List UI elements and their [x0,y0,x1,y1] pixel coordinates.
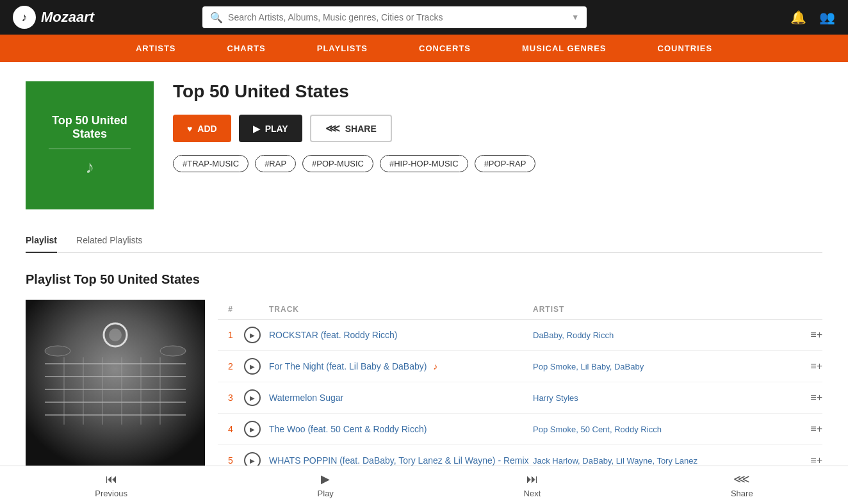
page-title: Top 50 United States [173,81,822,102]
track-artist-2[interactable]: Pop Smoke, Lil Baby, DaBaby [533,362,797,371]
tag-hip-hop-music[interactable]: #HIP-HOP-MUSIC [380,155,468,172]
play-circle-2: ▶ [244,358,261,375]
track-artist-5[interactable]: Jack Harlow, DaBaby, Lil Wayne, Tory Lan… [533,456,797,466]
svg-point-13 [109,329,122,341]
add-label: ADD [197,124,216,134]
col-add-spacer [797,305,822,314]
track-num-2: 2 [218,361,243,371]
nav-item-concerts[interactable]: CONCERTS [393,35,496,62]
col-num: # [218,305,243,314]
nav-item-charts[interactable]: CHARTS [202,35,291,62]
main-nav: ARTISTS CHARTS PLAYLISTS CONCERTS MUSICA… [0,35,848,62]
add-button[interactable]: ♥ ADD [173,115,231,142]
track-play-btn-4[interactable]: ▶ [243,420,261,438]
footer-share-icon: ⋘ [733,472,750,486]
action-buttons: ♥ ADD ▶ PLAY ⋘ SHARE [173,115,822,142]
col-artist: ARTIST [533,305,797,314]
track-artist-4[interactable]: Pop Smoke, 50 Cent, Roddy Ricch [533,425,797,434]
track-play-btn-1[interactable]: ▶ [243,326,261,344]
next-icon: ⏭ [526,473,538,486]
tab-playlist[interactable]: Playlist [26,229,57,253]
table-row: 4 ▶ The Woo (feat. 50 Cent & Roddy Ricch… [218,414,822,445]
search-dropdown-arrow[interactable]: ▼ [571,13,579,22]
track-name-4[interactable]: The Woo (feat. 50 Cent & Roddy Ricch) [269,424,533,434]
previous-label: Previous [95,489,127,498]
logo-icon: ♪ [13,6,36,29]
table-row: 3 ▶ Watermelon Sugar Harry Styles ≡+ [218,382,822,414]
share-icon: ⋘ [325,122,340,134]
share-label: SHARE [345,124,377,134]
content-tabs: Playlist Related Playlists [26,229,822,253]
nav-item-musical-genres[interactable]: MUSICAL GENRES [496,35,632,62]
cover-music-icon: ♪ [85,157,94,177]
tag-rap[interactable]: #RAP [255,155,296,172]
main-content: Top 50 United States ♪ Top 50 United Sta… [0,62,848,504]
tag-trap-music[interactable]: #TRAP-MUSIC [173,155,249,172]
play-button[interactable]: ▶ PLAY [239,115,302,142]
nav-item-countries[interactable]: COUNTRIES [632,35,738,62]
notification-icon[interactable]: 🔔 [790,10,806,25]
track-name-2[interactable]: For The Night (feat. Lil Baby & DaBaby) … [269,361,533,371]
track-artist-1[interactable]: DaBaby, Roddy Ricch [533,330,797,340]
playlist-cover-image: Top 50 United States ♪ [26,81,154,209]
cover-divider [49,149,131,149]
footer-play-icon: ▶ [321,472,330,486]
track-artist-3[interactable]: Harry Styles [533,393,797,403]
share-label: Share [731,489,753,498]
section-title: Playlist Top 50 United States [26,272,822,287]
playlist-header: Top 50 United States ♪ Top 50 United Sta… [26,81,822,209]
track-num-5: 5 [218,455,243,466]
footer-play-button[interactable]: ▶ Play [292,467,359,503]
track-num-3: 3 [218,393,243,403]
search-icon: 🔍 [210,12,223,24]
track-add-2[interactable]: ≡+ [797,361,822,372]
col-track: TRACK [269,305,533,314]
track-add-5[interactable]: ≡+ [797,455,822,466]
playlist-info: Top 50 United States ♥ ADD ▶ PLAY ⋘ SHAR… [173,81,822,172]
search-input[interactable] [202,6,587,28]
tab-related-playlists[interactable]: Related Playlists [76,229,143,253]
header-icons: 🔔 👥 [790,10,835,25]
track-num-4: 4 [218,424,243,434]
track-add-1[interactable]: ≡+ [797,329,822,341]
footer-previous-button[interactable]: ⏮ Previous [69,467,153,503]
footer-player: ⏮ Previous ▶ Play ⏭ Next ⋘ Share [0,466,848,504]
next-label: Next [524,489,541,498]
track-play-btn-3[interactable]: ▶ [243,389,261,407]
track-add-4[interactable]: ≡+ [797,423,822,435]
track-name-1[interactable]: ROCKSTAR (feat. Roddy Ricch) [269,330,533,340]
play-circle-3: ▶ [244,389,261,406]
table-row: 2 ▶ For The Night (feat. Lil Baby & DaBa… [218,351,822,382]
share-button[interactable]: ⋘ SHARE [310,115,392,142]
logo-text: Mozaart [41,9,94,26]
footer-share-button[interactable]: ⋘ Share [705,467,779,503]
play-label: PLAY [265,124,288,134]
tag-pop-rap[interactable]: #POP-RAP [475,155,536,172]
svg-point-14 [45,346,70,356]
col-play-spacer [243,305,269,314]
track-list-header: # TRACK ARTIST [218,300,822,320]
table-row: 1 ▶ ROCKSTAR (feat. Roddy Ricch) DaBaby,… [218,320,822,351]
track-num-1: 1 [218,330,243,340]
svg-point-15 [160,346,186,356]
play-label: Play [318,489,334,498]
track-add-3[interactable]: ≡+ [797,392,822,403]
nav-item-artists[interactable]: ARTISTS [110,35,202,62]
music-note-icon: ♪ [433,361,437,371]
logo[interactable]: ♪ Mozaart [13,6,94,29]
track-name-5[interactable]: WHATS POPPIN (feat. DaBaby, Tory Lanez &… [269,455,533,466]
track-name-3[interactable]: Watermelon Sugar [269,393,533,403]
track-play-btn-2[interactable]: ▶ [243,357,261,375]
previous-icon: ⏮ [106,473,117,486]
play-circle-4: ▶ [244,421,261,437]
footer-next-button[interactable]: ⏭ Next [498,467,567,503]
svg-rect-0 [26,300,205,473]
header: ♪ Mozaart 🔍 ▼ 🔔 👥 [0,0,848,35]
user-icon[interactable]: 👥 [819,10,835,25]
nav-item-playlists[interactable]: PLAYLISTS [291,35,393,62]
play-circle-1: ▶ [244,327,261,343]
tags-container: #TRAP-MUSIC #RAP #POP-MUSIC #HIP-HOP-MUS… [173,155,822,172]
tag-pop-music[interactable]: #POP-MUSIC [302,155,373,172]
search-bar: 🔍 ▼ [202,6,587,28]
thumbnail-image [26,300,205,473]
